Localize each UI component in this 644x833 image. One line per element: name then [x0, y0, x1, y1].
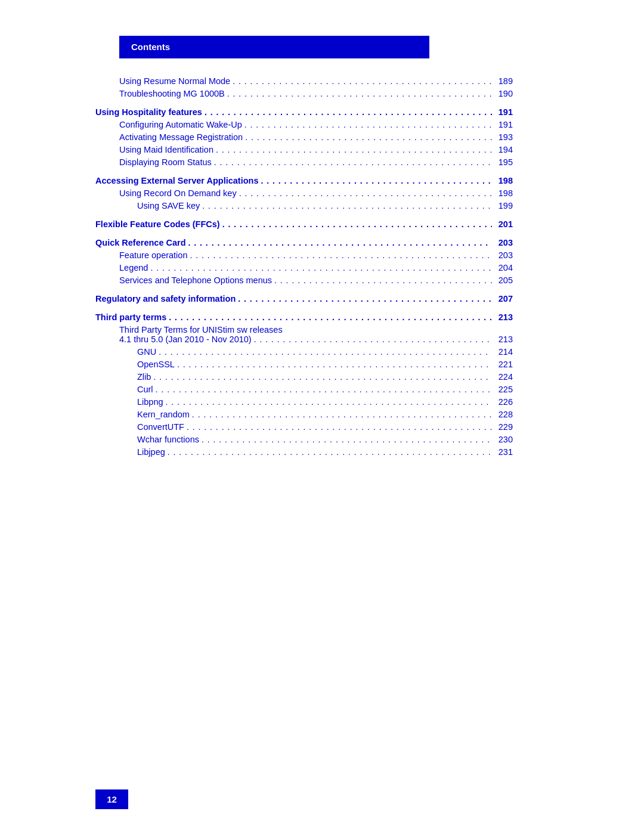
toc-dots	[237, 188, 492, 198]
toc-row[interactable]: Activating Message Registration193	[95, 132, 513, 142]
toc-dots	[252, 335, 492, 344]
toc-label: Using Maid Identification	[119, 145, 213, 154]
toc-page: 190	[492, 89, 513, 98]
toc-row[interactable]: Displaying Room Status195	[95, 157, 513, 167]
toc-label: Kern_random	[137, 410, 190, 419]
toc-row[interactable]: Third party terms213	[95, 312, 513, 322]
page-number: 12	[107, 794, 117, 804]
toc-dots	[212, 157, 492, 167]
toc-dots	[187, 250, 492, 260]
toc-page: 226	[492, 397, 513, 407]
toc-row[interactable]: Quick Reference Card203	[95, 238, 513, 247]
toc-page: 191	[492, 120, 513, 129]
toc-page: 205	[492, 275, 513, 285]
toc-row[interactable]: Using SAVE key199	[95, 201, 513, 210]
toc-label: OpenSSL	[137, 360, 175, 369]
toc-page: 201	[492, 219, 513, 229]
toc-label: Services and Telephone Options menus	[119, 275, 272, 285]
toc-dots	[156, 347, 492, 357]
toc-row[interactable]: Configuring Automatic Wake-Up191	[95, 120, 513, 129]
toc-page: 221	[492, 360, 513, 369]
toc-row[interactable]: Using Maid Identification194	[95, 145, 513, 154]
toc-dots	[213, 145, 492, 154]
toc-row[interactable]: Kern_random228	[95, 410, 513, 419]
toc-page: 224	[492, 372, 513, 382]
toc-label: Using Hospitality features	[95, 107, 202, 117]
toc-dots	[148, 263, 492, 272]
toc-dots	[230, 76, 492, 86]
toc-page: 229	[492, 422, 513, 432]
toc-page: 195	[492, 157, 513, 167]
toc-row[interactable]: Wchar functions230	[95, 435, 513, 444]
toc-label: Displaying Room Status	[119, 157, 212, 167]
toc-dots	[199, 435, 492, 444]
page: Contents Using Resume Normal Mode189Trou…	[0, 0, 644, 833]
toc-label: Regulatory and safety information	[95, 294, 236, 304]
toc-row[interactable]: GNU214	[95, 347, 513, 357]
page-number-box: 12	[95, 789, 128, 809]
toc-row[interactable]: Troubleshooting MG 1000B190	[95, 89, 513, 98]
toc-row[interactable]: Using Hospitality features191	[95, 107, 513, 117]
toc-label: Curl	[137, 385, 153, 394]
contents-label: Contents	[131, 42, 170, 52]
toc-label: Feature operation	[119, 250, 187, 260]
toc-label: Using Resume Normal Mode	[119, 76, 230, 86]
toc-row[interactable]: Libjpeg231	[95, 447, 513, 457]
toc-row[interactable]: Feature operation203	[95, 250, 513, 260]
toc-row[interactable]: Third Party Terms for UNIStim sw release…	[95, 325, 513, 344]
toc-page: 189	[492, 76, 513, 86]
toc-label: Using Record On Demand key	[119, 188, 237, 198]
toc-page: 203	[492, 238, 513, 247]
toc-row[interactable]: OpenSSL221	[95, 360, 513, 369]
toc-label: GNU	[137, 347, 156, 357]
toc-dots	[175, 360, 492, 369]
toc-page: 213	[492, 312, 513, 322]
toc-dots	[184, 422, 492, 432]
toc-page: 231	[492, 447, 513, 457]
toc-label-line1: Third Party Terms for UNIStim sw release…	[119, 325, 513, 335]
toc-row[interactable]: Zlib224	[95, 372, 513, 382]
toc-row[interactable]: Accessing External Server Applications19…	[95, 176, 513, 185]
toc-row[interactable]: Libpng226	[95, 397, 513, 407]
toc-label: ConvertUTF	[137, 422, 184, 432]
toc-label: Quick Reference Card	[95, 238, 186, 247]
toc-label: Third party terms	[95, 312, 166, 322]
toc-label: Libpng	[137, 397, 163, 407]
toc-dots	[225, 89, 492, 98]
toc-row[interactable]: Flexible Feature Codes (FFCs)201	[95, 219, 513, 229]
toc-dots	[153, 385, 492, 394]
toc-label: Libjpeg	[137, 447, 165, 457]
toc-row[interactable]: Curl225	[95, 385, 513, 394]
toc-row[interactable]: Services and Telephone Options menus205	[95, 275, 513, 285]
contents-header: Contents	[119, 36, 429, 58]
toc-dots	[163, 397, 492, 407]
toc-row[interactable]: Using Record On Demand key198	[95, 188, 513, 198]
toc-label: Configuring Automatic Wake-Up	[119, 120, 242, 129]
toc-page: 198	[492, 188, 513, 198]
toc-label: Legend	[119, 263, 148, 272]
toc-row[interactable]: Using Resume Normal Mode189	[95, 76, 513, 86]
toc-dots	[242, 120, 492, 129]
toc-dots	[258, 176, 492, 185]
toc-row[interactable]: Legend204	[95, 263, 513, 272]
toc-dots	[243, 132, 492, 142]
toc-row[interactable]: Regulatory and safety information207	[95, 294, 513, 304]
toc-dots	[151, 372, 492, 382]
toc-dots	[236, 294, 492, 304]
toc-dots	[200, 201, 492, 210]
toc-dots	[272, 275, 492, 285]
toc-label: Flexible Feature Codes (FFCs)	[95, 219, 220, 229]
toc-row[interactable]: ConvertUTF229	[95, 422, 513, 432]
toc-section: Using Resume Normal Mode189Troubleshooti…	[95, 76, 513, 457]
toc-label: Activating Message Registration	[119, 132, 243, 142]
toc-dots	[190, 410, 492, 419]
toc-dots	[220, 219, 492, 229]
toc-label: Troubleshooting MG 1000B	[119, 89, 225, 98]
contents-box: Contents	[119, 36, 429, 58]
toc-label: Zlib	[137, 372, 151, 382]
toc-page: 199	[492, 201, 513, 210]
toc-dots	[166, 312, 492, 322]
toc-dots	[186, 238, 492, 247]
toc-page: 214	[492, 347, 513, 357]
toc-page: 204	[492, 263, 513, 272]
